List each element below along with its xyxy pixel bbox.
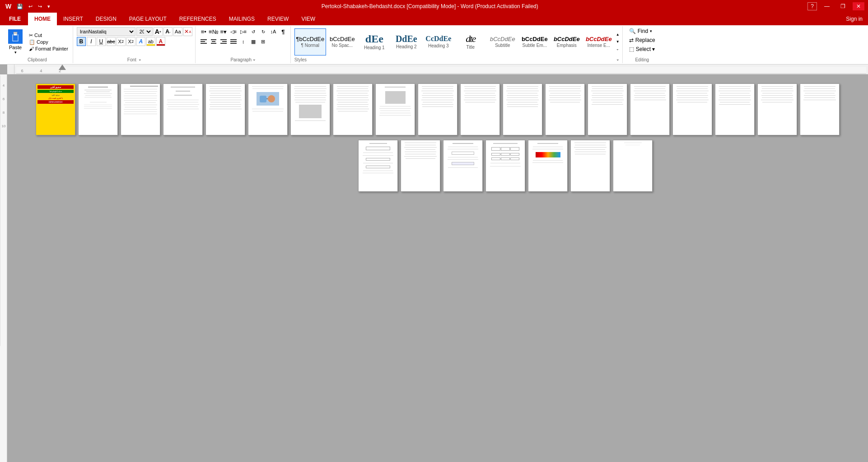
style-scroll-up[interactable]: ▲ [616,31,620,38]
page-thumb-17[interactable] [715,83,755,135]
align-left-button[interactable] [199,37,208,46]
style-emphasis[interactable]: bCcDdEe Emphasis [551,28,583,55]
multilevel-list-button[interactable]: ≡▾ [219,27,228,36]
style-heading3[interactable]: CcDdEe Heading 3 [423,28,454,55]
tab-page-layout[interactable]: PAGE LAYOUT [123,13,173,25]
help-button[interactable]: ? [807,2,817,10]
styles-group-expand[interactable]: ⌄ [616,57,620,61]
tab-review[interactable]: REVIEW [261,13,295,25]
find-button[interactable]: 🔍 Find ▾ [626,27,655,35]
style-subtitle[interactable]: bCcDdEe Subtitle [487,28,518,55]
page-thumb-23[interactable] [485,140,525,192]
style-normal[interactable]: ¶bCcDdEe ¶ Normal [294,28,326,55]
page-thumb-21[interactable] [401,140,440,192]
numbering-button[interactable]: ≡№ [209,27,218,36]
change-case-button[interactable]: Aa [173,27,182,36]
page-thumb-20[interactable] [358,140,398,192]
paragraph-group-expand[interactable]: ⌄ [252,57,256,61]
replace-button[interactable]: ⇄ Replace [626,36,658,44]
customize-quick-btn[interactable]: ▾ [46,3,52,10]
page-thumb-14[interactable] [588,83,627,135]
font-name-select[interactable]: IranNastaliq [77,27,135,36]
cut-button[interactable]: ✂ Cut [27,32,70,39]
clear-formatting-button[interactable]: ✕A [183,27,192,36]
page-thumb-26[interactable] [613,140,653,192]
style-scroll-expand[interactable]: ⌄ [616,46,620,53]
save-quick-btn[interactable]: 💾 [15,3,25,10]
sign-in-link[interactable]: Sign in [840,14,868,24]
align-right-button[interactable] [219,37,228,46]
tab-view[interactable]: VIEW [295,13,322,25]
quick-access-toolbar[interactable]: W 💾 ↩ ↪ ▾ [4,2,52,11]
style-heading1[interactable]: dEe Heading 1 [359,28,390,55]
page-thumb-5[interactable] [205,83,245,135]
tab-insert[interactable]: INSERT [57,13,89,25]
superscript-button[interactable]: X2 [126,37,135,46]
page-thumb-25[interactable] [570,140,610,192]
highlight-color-button[interactable]: ab [146,37,155,46]
font-color-button[interactable]: A [156,37,165,46]
page-thumb-13[interactable] [545,83,585,135]
borders-button[interactable]: ⊞ [259,37,268,46]
show-formatting-button[interactable]: ¶ [279,27,288,36]
redo-quick-btn[interactable]: ↪ [36,3,44,10]
page-thumb-11[interactable] [460,83,500,135]
page-thumb-16[interactable] [672,83,712,135]
tab-mailings[interactable]: MAILINGS [223,13,261,25]
page-thumb-9[interactable] [375,83,415,135]
format-painter-button[interactable]: 🖌 Format Painter [27,46,70,52]
undo-quick-btn[interactable]: ↩ [27,3,34,10]
align-center-button[interactable] [209,37,218,46]
shading-button[interactable]: ▦ [249,37,258,46]
minimize-button[interactable]: — [821,2,833,10]
page-thumb-2[interactable] [78,83,118,135]
page-thumb-19[interactable] [800,83,840,135]
page-thumb-7[interactable] [290,83,330,135]
text-effects-button[interactable]: A [136,37,145,46]
paste-button[interactable]: Paste ▾ [5,28,26,56]
tab-design[interactable]: DESIGN [89,13,123,25]
page-thumb-12[interactable] [503,83,542,135]
tab-file[interactable]: FILE [2,13,28,25]
select-button[interactable]: ⬚ Select ▾ [626,45,658,53]
style-title[interactable]: dte Title [455,28,486,55]
replace-icon: ⇄ [629,37,634,43]
shrink-font-button[interactable]: A- [163,27,173,36]
page-thumb-10[interactable] [418,83,457,135]
grow-font-button[interactable]: A+ [154,27,163,36]
style-heading2[interactable]: DdEe Heading 2 [391,28,422,55]
style-subtle-emphasis[interactable]: bCcDdEe Subtle Em... [519,28,551,55]
style-scroll-down[interactable]: ▼ [616,38,620,46]
page-thumb-24[interactable] [528,140,568,192]
increase-indent-button[interactable]: ▷≡ [239,27,248,36]
page-thumb-18[interactable] [757,83,797,135]
strikethrough-button[interactable]: abc [107,37,116,46]
copy-button[interactable]: 📋 Copy [27,39,70,46]
style-intense-emphasis[interactable]: bCcDdEe Intense E... [583,28,615,55]
page-thumb-15[interactable] [630,83,670,135]
page-thumb-6[interactable] [248,83,288,135]
tab-home[interactable]: HOME [28,13,57,25]
justify-button[interactable] [229,37,238,46]
font-group-expand[interactable]: ⌄ [138,57,142,61]
bold-button[interactable]: B [77,37,86,46]
page-thumb-4[interactable] [163,83,203,135]
page-thumb-1[interactable]: تحقیق آنلاین TahghighOnline مرجع دانلود … [36,83,75,135]
page-thumb-3[interactable] [121,83,160,135]
close-button[interactable]: ✕ [853,2,864,10]
ltr-button[interactable]: ↻ [259,27,268,36]
italic-button[interactable]: I [87,37,96,46]
style-no-spacing[interactable]: bCcDdEe No Spac... [327,28,358,55]
page-thumb-22[interactable] [443,140,483,192]
sort-button[interactable]: ↕A [269,27,278,36]
restore-button[interactable]: ❐ [837,2,849,10]
font-size-select[interactable]: 20 [136,27,153,36]
page-thumb-8[interactable] [333,83,373,135]
rtl-button[interactable]: ↺ [249,27,258,36]
bullets-button[interactable]: ≡• [199,27,208,36]
underline-button[interactable]: U [97,37,106,46]
tab-references[interactable]: REFERENCES [173,13,223,25]
line-spacing-button[interactable]: ↕ [239,37,248,46]
subscript-button[interactable]: X2 [117,37,126,46]
decrease-indent-button[interactable]: ◁≡ [229,27,238,36]
